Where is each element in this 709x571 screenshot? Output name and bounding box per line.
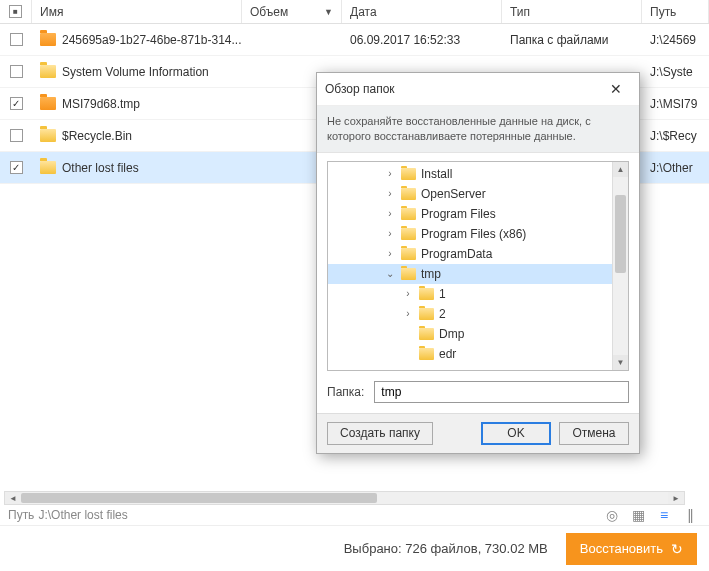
row-path: J:\24569 [642,24,709,55]
chevron-right-icon[interactable]: › [402,308,414,319]
status-bar: Путь J:\Other lost files ◎ ▦ ≡ ‖ [0,505,709,525]
ok-button[interactable]: OK [481,422,551,445]
row-path: J:\MSI79 [642,88,709,119]
chevron-down-icon[interactable]: ⌄ [384,268,396,279]
tree-node-label: ProgramData [421,247,492,261]
scroll-down-icon[interactable]: ▼ [613,355,628,370]
header-date[interactable]: Дата [342,0,502,23]
row-name: MSI79d68.tmp [62,97,140,111]
row-checkbox[interactable] [10,97,23,110]
chevron-right-icon[interactable]: › [402,288,414,299]
tree-node[interactable]: ›2 [328,304,612,324]
folder-icon [40,65,56,78]
tree-node-label: Program Files [421,207,496,221]
folder-icon [401,208,416,220]
row-name: Other lost files [62,161,139,175]
tree-node-label: 1 [439,287,446,301]
row-date: 06.09.2017 16:52:33 [342,24,502,55]
table-row[interactable]: 245695a9-1b27-46be-871b-314... 06.09.201… [0,24,709,56]
select-all-checkbox[interactable] [9,5,22,18]
header-volume-label: Объем [250,5,288,19]
scroll-left-icon[interactable]: ◄ [5,492,21,504]
restore-label: Восстановить [580,541,663,556]
view-columns-icon[interactable]: ‖ [682,507,698,523]
tree-node[interactable]: ›ProgramData [328,244,612,264]
selection-info: Выбрано: 726 файлов, 730.02 MB [344,541,548,556]
folder-icon [401,268,416,280]
row-type: Папка с файлами [502,24,642,55]
folder-icon [419,348,434,360]
view-list-icon[interactable]: ≡ [656,507,672,523]
header-name[interactable]: Имя [32,0,242,23]
header-type[interactable]: Тип [502,0,642,23]
tree-scrollbar[interactable]: ▲ ▼ [612,162,628,370]
tree-node[interactable]: ›Program Files [328,204,612,224]
row-checkbox[interactable] [10,129,23,142]
tree-node-label: Program Files (x86) [421,227,526,241]
cancel-button[interactable]: Отмена [559,422,629,445]
view-target-icon[interactable]: ◎ [604,507,620,523]
tree-scroll-thumb[interactable] [615,195,626,273]
restore-button[interactable]: Восстановить ↻ [566,533,697,565]
folder-icon [40,161,56,174]
scroll-right-icon[interactable]: ► [668,492,684,504]
folder-icon [419,328,434,340]
tree-node[interactable]: ›OpenServer [328,184,612,204]
selection-label: Выбрано: [344,541,402,556]
tree-node-label: Install [421,167,452,181]
header-path[interactable]: Путь [642,0,709,23]
selection-value: 726 файлов, 730.02 MB [405,541,547,556]
view-grid-icon[interactable]: ▦ [630,507,646,523]
close-icon[interactable]: ✕ [601,79,631,99]
folder-icon [40,97,56,110]
tree-node-label: edr [439,347,456,361]
chevron-right-icon[interactable]: › [384,208,396,219]
scroll-up-icon[interactable]: ▲ [613,162,628,177]
row-volume [242,24,342,55]
row-path: J:\Syste [642,56,709,87]
row-checkbox[interactable] [10,33,23,46]
row-checkbox[interactable] [10,161,23,174]
dialog-titlebar[interactable]: Обзор папок ✕ [317,73,639,106]
folder-icon [401,188,416,200]
folder-icon [401,168,416,180]
row-path: J:\$Recy [642,120,709,151]
tree-node[interactable]: Dmp [328,324,612,344]
folder-field-label: Папка: [327,385,364,399]
row-name: System Volume Information [62,65,209,79]
folder-icon [401,248,416,260]
row-name: 245695a9-1b27-46be-871b-314... [62,33,241,47]
create-folder-button[interactable]: Создать папку [327,422,433,445]
tree-node[interactable]: ›1 [328,284,612,304]
tree-node[interactable]: ›Program Files (x86) [328,224,612,244]
scroll-thumb[interactable] [21,493,377,503]
tree-node[interactable]: ⌄tmp [328,264,612,284]
path-label: Путь [8,508,34,522]
restore-refresh-icon: ↻ [671,541,683,557]
row-path: J:\Other [642,152,709,183]
chevron-right-icon[interactable]: › [384,228,396,239]
browse-folders-dialog: Обзор папок ✕ Не сохраняйте восстановлен… [316,72,640,454]
header-checkbox-cell[interactable] [0,0,32,23]
row-name: $Recycle.Bin [62,129,132,143]
folder-tree[interactable]: ›Install›OpenServer›Program Files›Progra… [327,161,629,371]
tree-node-label: tmp [421,267,441,281]
folder-icon [40,33,56,46]
horizontal-scrollbar[interactable]: ◄ ► [4,491,685,505]
folder-icon [401,228,416,240]
footer: Выбрано: 726 файлов, 730.02 MB Восстанов… [0,525,709,571]
row-checkbox[interactable] [10,65,23,78]
header-volume[interactable]: Объем ▼ [242,0,342,23]
folder-icon [419,308,434,320]
folder-name-input[interactable] [374,381,629,403]
dialog-title: Обзор папок [325,82,395,96]
tree-node[interactable]: ›Install [328,164,612,184]
chevron-right-icon[interactable]: › [384,168,396,179]
tree-node[interactable]: edr [328,344,612,364]
tree-node-label: 2 [439,307,446,321]
chevron-right-icon[interactable]: › [384,248,396,259]
scroll-track[interactable] [21,492,668,504]
path-value: J:\Other lost files [38,508,127,522]
grid-header: Имя Объем ▼ Дата Тип Путь [0,0,709,24]
chevron-right-icon[interactable]: › [384,188,396,199]
